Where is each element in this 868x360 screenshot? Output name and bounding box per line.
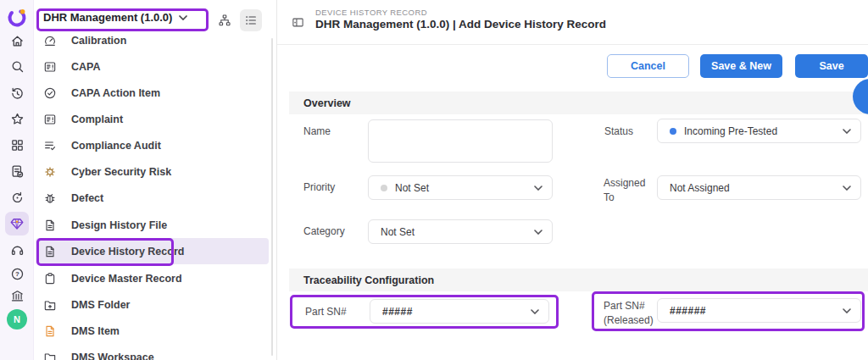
sidebar-item-dms-folder[interactable]: DMS Folder: [36, 291, 269, 318]
sidebar-item-design-history-file[interactable]: Design History File: [36, 212, 269, 238]
app-logo: [5, 6, 29, 30]
tree-view-icon: [218, 14, 231, 27]
support-button[interactable]: [5, 238, 29, 262]
overview-section-header: Overview: [289, 91, 868, 114]
sidebar-item-label: CAPA Action Item: [71, 87, 160, 99]
category-select[interactable]: Not Set: [368, 219, 553, 244]
status-select[interactable]: Incoming Pre-Tested: [657, 119, 861, 143]
category-value: Not Set: [381, 226, 415, 238]
sidebar-item-label: Calibration: [71, 35, 126, 47]
sidebar-item-label: DMS Item: [71, 325, 120, 337]
header-divider: [277, 44, 868, 45]
name-input[interactable]: [368, 119, 553, 163]
sidebar-item-label: Defect: [71, 192, 103, 204]
sync-icon: [10, 191, 25, 205]
bank-icon: [10, 289, 25, 303]
document-check-icon: [10, 164, 25, 179]
virus-icon: [43, 165, 57, 179]
overview-section-title: Overview: [303, 97, 351, 109]
search-button[interactable]: [5, 54, 29, 78]
icon-rail: ? N: [0, 0, 34, 360]
assigned-to-select[interactable]: Not Assigned: [657, 175, 861, 200]
sidebar-header: DHR Management (1.0.0): [34, 0, 276, 36]
sync-button[interactable]: [5, 186, 29, 209]
document-icon: [43, 245, 57, 258]
main-panel: DEVICE HISTORY RECORD DHR Management (1.…: [277, 0, 868, 360]
sidebar-item-device-master-record[interactable]: Device Master Record: [36, 265, 269, 291]
favorites-button[interactable]: [5, 107, 29, 130]
sidebar-item-compliance-audit[interactable]: Compliance Audit: [36, 132, 269, 158]
sidebar-item-dms-workspace[interactable]: DMS Workspace: [36, 344, 269, 360]
save-and-new-button[interactable]: Save & New: [700, 54, 782, 78]
sidebar-item-capa-action-item[interactable]: CAPA Action Item: [36, 80, 269, 106]
user-avatar[interactable]: N: [7, 309, 27, 330]
priority-select[interactable]: Not Set: [368, 175, 553, 200]
part-sn-released-value: ######: [670, 305, 706, 317]
logo-ring-icon: [6, 7, 28, 29]
list-check-icon: [43, 139, 57, 152]
apps-button[interactable]: [5, 133, 29, 157]
tree-view-button[interactable]: [214, 9, 236, 31]
organization-button[interactable]: [5, 284, 29, 307]
chevron-down-icon: [531, 309, 539, 314]
status-label: Status: [604, 125, 633, 137]
sidebar-item-device-history-record[interactable]: Device History Record: [36, 238, 269, 264]
part-sn-released-label-line2: (Released): [604, 313, 654, 328]
history-icon: [10, 86, 25, 101]
chevron-down-icon: [843, 186, 851, 191]
assigned-to-label: Assigned To: [604, 176, 653, 205]
sidebar: DHR Management (1.0.0) Calibration CAPA …: [34, 0, 277, 360]
priority-label: Priority: [303, 181, 335, 193]
check-circle-icon: [43, 86, 57, 100]
card-alert-icon: [43, 113, 57, 126]
sidebar-item-label: Complaint: [71, 114, 123, 125]
sidebar-item-defect[interactable]: Defect: [36, 185, 269, 211]
folder-up-icon: [43, 298, 57, 312]
chevron-down-icon: [179, 15, 187, 20]
help-button[interactable]: ?: [5, 262, 29, 285]
part-sn-released-select[interactable]: ######: [657, 298, 861, 323]
part-sn-select[interactable]: #####: [370, 299, 549, 324]
home-icon: [10, 34, 25, 48]
folder-icon: [43, 351, 57, 360]
sidebar-item-label: CAPA: [71, 61, 101, 73]
priority-dot: [381, 185, 387, 191]
tasks-button[interactable]: [5, 159, 29, 183]
status-value: Incoming Pre-Tested: [684, 125, 777, 137]
chevron-down-icon: [843, 308, 851, 313]
gem-button[interactable]: [5, 212, 29, 235]
home-button[interactable]: [5, 29, 29, 53]
history-button[interactable]: [5, 81, 29, 105]
part-sn-label: Part SN#: [305, 306, 347, 318]
sidebar-item-label: Cyber Security Risk: [71, 166, 171, 178]
clipboard-icon: [43, 272, 57, 285]
sidebar-item-label: Device History Record: [71, 246, 184, 258]
cancel-button[interactable]: Cancel: [607, 54, 689, 78]
apps-grid-icon: [10, 138, 25, 152]
page-title: DHR Management (1.0.0) | Add Device Hist…: [315, 18, 606, 30]
part-sn-released-label: Part SN# (Released): [604, 299, 654, 328]
list-view-button[interactable]: [240, 9, 262, 31]
category-label: Category: [303, 225, 345, 237]
sidebar-scrollbar[interactable]: [271, 38, 273, 356]
sidebar-item-label: Device Master Record: [71, 273, 182, 285]
part-sn-value: #####: [382, 306, 413, 318]
document-orange-icon: [43, 324, 57, 338]
sidebar-item-cyber-security-risk[interactable]: Cyber Security Risk: [36, 158, 269, 185]
name-label: Name: [303, 125, 331, 137]
document-icon: [43, 219, 57, 232]
sidebar-item-capa[interactable]: CAPA: [36, 53, 269, 80]
sidebar-item-label: Compliance Audit: [71, 140, 161, 152]
sidebar-item-complaint[interactable]: Complaint: [36, 106, 269, 132]
chevron-down-icon: [843, 129, 851, 134]
save-button[interactable]: Save: [795, 54, 868, 78]
chevron-down-icon: [534, 186, 542, 191]
sidebar-item-dms-item[interactable]: DMS Item: [36, 318, 269, 344]
chevron-down-icon: [534, 230, 542, 235]
headset-icon: [10, 243, 25, 258]
card-alert-icon: [43, 60, 57, 74]
star-icon: [10, 112, 25, 126]
app-selector-dropdown[interactable]: DHR Management (1.0.0): [43, 11, 187, 24]
panel-toggle-icon[interactable]: [292, 16, 304, 29]
sidebar-item-label: DMS Workspace: [71, 352, 154, 360]
